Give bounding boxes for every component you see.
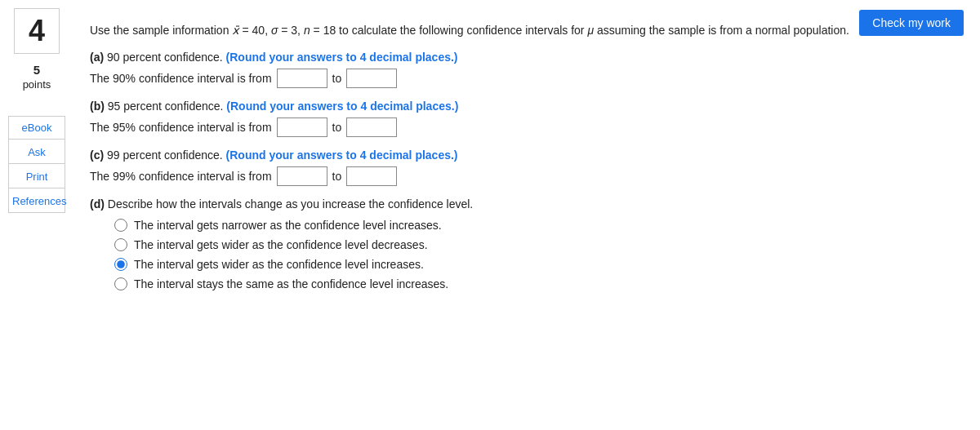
problem-intro: Use the sample information x̄ = 40, σ = …: [90, 21, 939, 39]
part-a-text: 90 percent confidence.: [107, 51, 223, 64]
radio-label-3: The interval gets wider as the confidenc…: [134, 258, 424, 271]
radio-label-4: The interval stays the same as the confi…: [134, 277, 448, 290]
radio-input-2[interactable]: [114, 238, 127, 251]
part-d-label: (d): [90, 197, 105, 211]
part-d-block: (d) Describe how the intervals change as…: [90, 197, 939, 290]
part-b-text: 95 percent confidence.: [108, 100, 224, 113]
part-c-to-input[interactable]: [346, 166, 397, 186]
part-a-label: (a): [90, 51, 104, 64]
radio-input-3[interactable]: [114, 258, 127, 271]
radio-input-4[interactable]: [114, 277, 127, 290]
references-button[interactable]: References: [9, 190, 65, 212]
part-b-from-input[interactable]: [277, 117, 327, 137]
radio-label-2: The interval gets wider as the confidenc…: [134, 238, 428, 251]
print-button[interactable]: Print: [9, 166, 65, 188]
ask-button[interactable]: Ask: [9, 141, 65, 164]
points-display: 5 points: [23, 62, 51, 91]
part-b-to-text: to: [332, 121, 342, 134]
ebook-button[interactable]: eBook: [9, 117, 65, 140]
radio-group: The interval gets narrower as the confid…: [114, 219, 939, 290]
radio-label-1: The interval gets narrower as the confid…: [134, 219, 442, 232]
part-a-highlight: (Round your answers to 4 decimal places.…: [226, 51, 458, 64]
radio-input-1[interactable]: [114, 219, 127, 232]
radio-option-4[interactable]: The interval stays the same as the confi…: [114, 277, 939, 290]
part-a-to-text: to: [332, 72, 342, 85]
part-a-block: (a) 90 percent confidence. (Round your a…: [90, 51, 939, 88]
radio-option-2[interactable]: The interval gets wider as the confidenc…: [114, 238, 939, 251]
part-d-text: Describe how the intervals change as you…: [108, 197, 473, 211]
part-b-highlight: (Round your answers to 4 decimal places.…: [226, 100, 458, 113]
part-c-from-input[interactable]: [277, 166, 327, 186]
part-b-block: (b) 95 percent confidence. (Round your a…: [90, 100, 939, 137]
sidebar-buttons: eBook Ask Print References: [8, 116, 65, 213]
part-c-text: 99 percent confidence.: [107, 149, 223, 162]
part-a-from-input[interactable]: [277, 69, 327, 88]
radio-option-1[interactable]: The interval gets narrower as the confid…: [114, 219, 939, 232]
part-b-interval-text: The 95% confidence interval is from: [90, 121, 272, 134]
part-b-to-input[interactable]: [346, 117, 397, 137]
part-c-interval-text: The 99% confidence interval is from: [90, 170, 272, 183]
part-c-block: (c) 99 percent confidence. (Round your a…: [90, 149, 939, 186]
radio-option-3[interactable]: The interval gets wider as the confidenc…: [114, 258, 939, 271]
check-my-work-button[interactable]: Check my work: [859, 10, 964, 36]
part-a-interval-text: The 90% confidence interval is from: [90, 72, 272, 85]
part-c-highlight: (Round your answers to 4 decimal places.…: [226, 149, 458, 162]
question-number: 4: [14, 8, 60, 54]
part-c-label: (c): [90, 149, 104, 162]
part-b-label: (b): [90, 100, 105, 113]
part-c-to-text: to: [332, 170, 342, 183]
part-a-to-input[interactable]: [346, 69, 397, 88]
